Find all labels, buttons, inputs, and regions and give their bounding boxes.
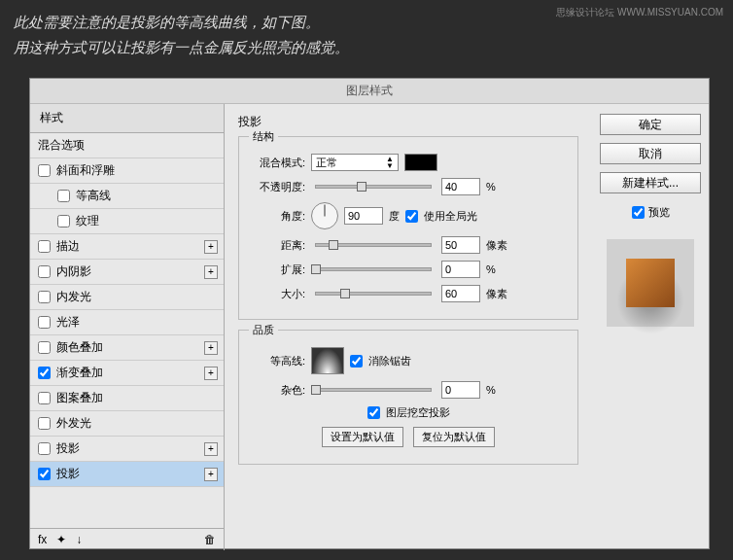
set-default-button[interactable]: 设置为默认值 xyxy=(322,427,403,447)
style-checkbox[interactable] xyxy=(38,265,51,278)
add-effect-button[interactable]: + xyxy=(204,341,218,355)
style-checkbox[interactable] xyxy=(38,291,51,303)
blend-mode-select[interactable]: 正常 ▲▼ xyxy=(311,154,399,171)
style-label: 投影 xyxy=(56,440,80,457)
style-checkbox[interactable] xyxy=(38,442,51,455)
layer-style-dialog: 图层样式 样式 混合选项 斜面和浮雕等高线纹理描边+内阴影+内发光光泽颜色叠加+… xyxy=(29,78,710,549)
preview-label: 预览 xyxy=(648,205,670,220)
opacity-slider[interactable] xyxy=(315,185,432,189)
caption-line2: 用这种方式可以让投影有一点金属反光照亮的感觉。 xyxy=(14,35,719,60)
angle-dial[interactable] xyxy=(311,202,338,229)
angle-input[interactable] xyxy=(344,207,383,225)
buttons-panel: 确定 取消 新建样式... 预览 xyxy=(592,104,709,550)
angle-label: 角度: xyxy=(251,209,305,224)
select-arrows-icon: ▲▼ xyxy=(386,156,394,169)
antialias-checkbox[interactable] xyxy=(350,355,363,368)
style-checkbox[interactable] xyxy=(38,367,51,379)
style-label: 等高线 xyxy=(76,188,111,204)
style-item[interactable]: 渐变叠加+ xyxy=(30,361,224,386)
ok-button[interactable]: 确定 xyxy=(600,114,701,135)
add-effect-button[interactable]: + xyxy=(204,468,218,481)
styles-footer: fx ✦ ↓ 🗑 xyxy=(30,528,224,550)
style-label: 斜面和浮雕 xyxy=(56,162,115,179)
settings-panel: 投影 结构 混合模式: 正常 ▲▼ 不透明度: % xyxy=(225,104,592,550)
trash-icon[interactable]: 🗑 xyxy=(204,533,216,546)
shadow-color-swatch[interactable] xyxy=(404,154,437,171)
style-item[interactable]: 纹理 xyxy=(30,209,224,234)
blend-options-item[interactable]: 混合选项 xyxy=(30,133,224,158)
style-label: 渐变叠加 xyxy=(56,365,103,381)
style-label: 投影 xyxy=(56,466,80,482)
add-effect-button[interactable]: + xyxy=(204,367,218,380)
style-checkbox[interactable] xyxy=(38,417,51,430)
style-item[interactable]: 外发光 xyxy=(30,411,224,437)
knockout-label: 图层挖空投影 xyxy=(386,405,450,420)
style-list: 斜面和浮雕等高线纹理描边+内阴影+内发光光泽颜色叠加+渐变叠加+图案叠加外发光投… xyxy=(30,158,224,528)
add-effect-button[interactable]: + xyxy=(204,265,218,279)
reset-default-button[interactable]: 复位为默认值 xyxy=(413,427,495,447)
style-label: 纹理 xyxy=(76,213,99,229)
add-effect-button[interactable]: + xyxy=(204,240,218,254)
style-item[interactable]: 斜面和浮雕 xyxy=(30,158,224,184)
noise-input[interactable] xyxy=(441,381,480,399)
contour-picker[interactable] xyxy=(311,347,344,374)
style-label: 外发光 xyxy=(56,415,91,432)
preview-box xyxy=(607,239,694,327)
size-slider[interactable] xyxy=(315,292,432,296)
size-label: 大小: xyxy=(251,287,305,301)
blend-mode-value: 正常 xyxy=(316,156,337,170)
cancel-button[interactable]: 取消 xyxy=(600,143,701,164)
style-item[interactable]: 投影+ xyxy=(30,437,224,462)
distance-unit: 像素 xyxy=(486,238,507,253)
percent-unit: % xyxy=(486,384,496,396)
style-checkbox[interactable] xyxy=(57,215,70,228)
watermark: 思缘设计论坛 WWW.MISSYUAN.COM xyxy=(556,6,723,19)
spread-input[interactable] xyxy=(441,261,480,278)
style-item[interactable]: 描边+ xyxy=(30,234,224,260)
style-checkbox[interactable] xyxy=(38,392,51,404)
style-checkbox[interactable] xyxy=(38,316,51,329)
structure-group: 结构 混合模式: 正常 ▲▼ 不透明度: % 角度: xyxy=(238,136,578,320)
spread-slider[interactable] xyxy=(315,267,432,271)
contour-label: 等高线: xyxy=(251,354,305,368)
style-checkbox[interactable] xyxy=(57,190,70,202)
knockout-checkbox[interactable] xyxy=(367,406,380,419)
style-item[interactable]: 光泽 xyxy=(30,310,224,335)
quality-label: 品质 xyxy=(249,323,278,337)
global-light-checkbox[interactable] xyxy=(405,210,418,223)
style-checkbox[interactable] xyxy=(38,164,51,177)
style-item[interactable]: 内阴影+ xyxy=(30,260,224,285)
quality-group: 品质 等高线: 消除锯齿 杂色: % 图层挖空投影 xyxy=(238,330,578,465)
noise-slider[interactable] xyxy=(315,388,432,392)
fx-icon[interactable]: fx xyxy=(38,533,47,546)
percent-unit: % xyxy=(486,181,496,192)
style-checkbox[interactable] xyxy=(38,240,51,253)
section-title: 投影 xyxy=(238,114,578,130)
antialias-label: 消除锯齿 xyxy=(368,354,411,368)
style-item[interactable]: 颜色叠加+ xyxy=(30,335,224,361)
style-label: 光泽 xyxy=(56,314,80,331)
style-checkbox[interactable] xyxy=(38,468,51,480)
distance-input[interactable] xyxy=(441,236,480,254)
style-checkbox[interactable] xyxy=(38,341,51,354)
opacity-input[interactable] xyxy=(441,178,480,195)
style-item[interactable]: 图案叠加 xyxy=(30,386,224,411)
style-item[interactable]: 投影+ xyxy=(30,462,224,487)
new-style-button[interactable]: 新建样式... xyxy=(600,172,701,193)
add-effect-button[interactable]: + xyxy=(204,442,218,456)
preview-checkbox[interactable] xyxy=(632,206,645,219)
arrow-down-icon[interactable]: ↓ xyxy=(76,533,82,546)
style-label: 描边 xyxy=(56,238,80,255)
style-label: 内发光 xyxy=(56,289,91,305)
size-input[interactable] xyxy=(441,285,480,302)
distance-slider[interactable] xyxy=(315,243,432,247)
style-label: 内阴影 xyxy=(56,263,91,280)
style-item[interactable]: 等高线 xyxy=(30,184,224,209)
arrow-up-icon[interactable]: ✦ xyxy=(56,533,66,546)
percent-unit: % xyxy=(486,263,496,275)
styles-header[interactable]: 样式 xyxy=(30,104,224,133)
blend-mode-label: 混合模式: xyxy=(251,156,305,170)
angle-unit: 度 xyxy=(389,209,400,224)
style-item[interactable]: 内发光 xyxy=(30,285,224,310)
structure-label: 结构 xyxy=(249,129,278,144)
